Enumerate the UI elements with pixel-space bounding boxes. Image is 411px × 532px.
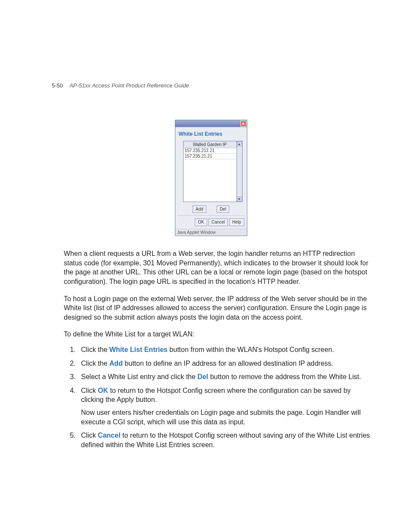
del-button[interactable]: Del [217,205,229,213]
white-list-dialog: × White List Entries Walled Garden IP 15… [175,120,247,236]
keyword: Add [109,360,123,367]
paragraph: To define the White List for a target WL… [64,330,370,339]
keyword: Del [197,373,208,380]
column-header: Walled Garden IP [184,141,237,149]
step-item: Click the White List Entries button from… [78,345,370,355]
keyword: White List Entries [109,346,168,353]
chevron-down-icon[interactable]: ▾ [237,196,242,202]
list-item[interactable]: 157.235.212.21 [184,148,237,154]
dialog-screenshot: × White List Entries Walled Garden IP 15… [52,120,370,236]
close-icon[interactable]: × [240,121,246,127]
step-item: Click OK to return to the Hotspot Config… [78,386,370,426]
ok-button[interactable]: OK [195,218,207,226]
titlebar: × [175,120,247,127]
scrollbar[interactable]: ▴ ▾ [237,141,243,202]
cancel-button[interactable]: Cancel [209,218,228,226]
dialog-title: White List Entries [179,131,244,137]
step-item: Click the Add button to define an IP add… [78,359,370,368]
help-button[interactable]: Help [229,218,244,226]
step-list: Click the White List Entries button from… [78,345,370,449]
list-item[interactable]: 157.235.21.21 [184,154,237,159]
ip-list[interactable]: Walled Garden IP 157.235.212.21 157.235.… [183,141,237,202]
status-bar: Java Applet Window [175,229,247,236]
step-item: Select a White List entry and click the … [78,372,370,382]
add-button[interactable]: Add [193,205,206,213]
keyword: Cancel [98,432,120,439]
page-number: 5-50 [52,82,63,89]
step-subtext: Now user enters his/her credentials on L… [81,408,370,426]
chevron-up-icon[interactable]: ▴ [237,141,242,146]
page-header: 5-50 AP-51xx Access Point Product Refere… [52,82,370,90]
keyword: OK [98,387,108,394]
step-item: Click Cancel to return to the Hotspot Co… [78,431,370,449]
paragraph: When a client requests a URL from a Web … [64,249,370,286]
guide-title: AP-51xx Access Point Product Reference G… [69,82,189,89]
paragraph: To host a Login page on the external Web… [64,294,370,322]
